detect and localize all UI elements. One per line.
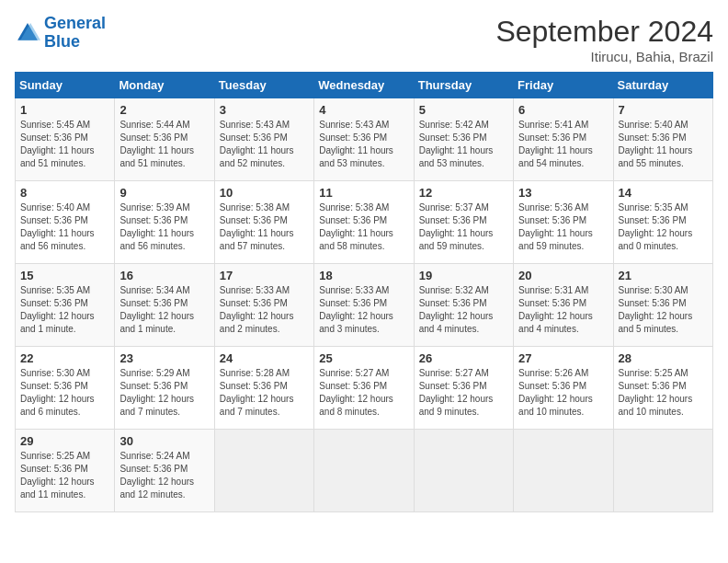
day-number: 12 [419, 186, 508, 200]
day-info: Sunrise: 5:31 AM Sunset: 5:36 PM Dayligh… [518, 284, 608, 336]
calendar-cell: 29Sunrise: 5:25 AM Sunset: 5:36 PM Dayli… [16, 430, 115, 512]
day-number: 19 [419, 269, 508, 282]
calendar-cell: 3Sunrise: 5:43 AM Sunset: 5:36 PM Daylig… [214, 98, 313, 181]
day-number: 16 [119, 269, 209, 282]
calendar-cell: 30Sunrise: 5:24 AM Sunset: 5:36 PM Dayli… [115, 430, 214, 512]
calendar-cell: 2Sunrise: 5:44 AM Sunset: 5:36 PM Daylig… [115, 98, 214, 181]
day-info: Sunrise: 5:33 AM Sunset: 5:36 PM Dayligh… [319, 284, 408, 336]
day-number: 24 [220, 351, 309, 365]
day-number: 4 [319, 103, 408, 117]
weekday-header: Friday [514, 73, 613, 98]
day-number: 6 [518, 103, 608, 117]
calendar-cell: 1Sunrise: 5:45 AM Sunset: 5:36 PM Daylig… [16, 98, 115, 181]
day-number: 25 [319, 351, 408, 365]
calendar-week-row: 29Sunrise: 5:25 AM Sunset: 5:36 PM Dayli… [16, 430, 713, 512]
calendar-cell: 9Sunrise: 5:39 AM Sunset: 5:36 PM Daylig… [115, 181, 214, 264]
day-number: 13 [518, 186, 608, 200]
calendar-cell [214, 430, 313, 512]
day-info: Sunrise: 5:40 AM Sunset: 5:36 PM Dayligh… [619, 119, 708, 170]
calendar-cell: 4Sunrise: 5:43 AM Sunset: 5:36 PM Daylig… [314, 98, 414, 181]
calendar-cell: 20Sunrise: 5:31 AM Sunset: 5:36 PM Dayli… [514, 264, 613, 347]
day-info: Sunrise: 5:36 AM Sunset: 5:36 PM Dayligh… [518, 201, 608, 253]
day-info: Sunrise: 5:45 AM Sunset: 5:36 PM Dayligh… [20, 119, 109, 170]
logo: GeneralBlue [15, 15, 106, 52]
day-number: 22 [20, 351, 109, 365]
day-info: Sunrise: 5:38 AM Sunset: 5:36 PM Dayligh… [319, 201, 408, 253]
day-info: Sunrise: 5:43 AM Sunset: 5:36 PM Dayligh… [220, 119, 309, 170]
day-info: Sunrise: 5:35 AM Sunset: 5:36 PM Dayligh… [619, 201, 708, 253]
day-info: Sunrise: 5:24 AM Sunset: 5:36 PM Dayligh… [119, 450, 209, 501]
day-number: 2 [119, 103, 209, 117]
day-number: 28 [619, 351, 708, 365]
calendar-cell: 28Sunrise: 5:25 AM Sunset: 5:36 PM Dayli… [613, 347, 712, 430]
day-info: Sunrise: 5:35 AM Sunset: 5:36 PM Dayligh… [20, 284, 109, 336]
day-info: Sunrise: 5:30 AM Sunset: 5:36 PM Dayligh… [619, 284, 708, 336]
day-info: Sunrise: 5:40 AM Sunset: 5:36 PM Dayligh… [20, 201, 109, 253]
weekday-header: Thursday [414, 73, 513, 98]
day-info: Sunrise: 5:34 AM Sunset: 5:36 PM Dayligh… [119, 284, 209, 336]
page-header: GeneralBlue September 2024 Itirucu, Bahi… [15, 15, 713, 64]
calendar-week-row: 8Sunrise: 5:40 AM Sunset: 5:36 PM Daylig… [16, 181, 713, 264]
calendar-cell [414, 430, 513, 512]
day-info: Sunrise: 5:44 AM Sunset: 5:36 PM Dayligh… [119, 119, 209, 170]
day-number: 3 [220, 103, 309, 117]
day-number: 23 [119, 351, 209, 365]
day-number: 18 [319, 269, 408, 282]
day-info: Sunrise: 5:29 AM Sunset: 5:36 PM Dayligh… [119, 367, 209, 419]
day-number: 5 [419, 103, 508, 117]
day-info: Sunrise: 5:41 AM Sunset: 5:36 PM Dayligh… [518, 119, 608, 170]
calendar-cell: 15Sunrise: 5:35 AM Sunset: 5:36 PM Dayli… [16, 264, 115, 347]
calendar-cell: 14Sunrise: 5:35 AM Sunset: 5:36 PM Dayli… [613, 181, 712, 264]
logo-text: GeneralBlue [44, 15, 106, 52]
calendar-cell: 18Sunrise: 5:33 AM Sunset: 5:36 PM Dayli… [314, 264, 414, 347]
calendar-cell: 21Sunrise: 5:30 AM Sunset: 5:36 PM Dayli… [613, 264, 712, 347]
calendar-cell: 7Sunrise: 5:40 AM Sunset: 5:36 PM Daylig… [613, 98, 712, 181]
day-info: Sunrise: 5:37 AM Sunset: 5:36 PM Dayligh… [419, 201, 508, 253]
day-info: Sunrise: 5:33 AM Sunset: 5:36 PM Dayligh… [220, 284, 309, 336]
day-info: Sunrise: 5:26 AM Sunset: 5:36 PM Dayligh… [518, 367, 608, 419]
day-number: 1 [20, 103, 109, 117]
calendar-cell: 12Sunrise: 5:37 AM Sunset: 5:36 PM Dayli… [414, 181, 513, 264]
calendar-cell [514, 430, 613, 512]
day-info: Sunrise: 5:27 AM Sunset: 5:36 PM Dayligh… [319, 367, 408, 419]
day-info: Sunrise: 5:32 AM Sunset: 5:36 PM Dayligh… [419, 284, 508, 336]
calendar-cell: 23Sunrise: 5:29 AM Sunset: 5:36 PM Dayli… [115, 347, 214, 430]
title-block: September 2024 Itirucu, Bahia, Brazil [495, 15, 713, 64]
month-title: September 2024 [495, 15, 713, 49]
day-info: Sunrise: 5:43 AM Sunset: 5:36 PM Dayligh… [319, 119, 408, 170]
calendar-cell [613, 430, 712, 512]
day-number: 8 [20, 186, 109, 200]
calendar-cell: 13Sunrise: 5:36 AM Sunset: 5:36 PM Dayli… [514, 181, 613, 264]
day-info: Sunrise: 5:38 AM Sunset: 5:36 PM Dayligh… [220, 201, 309, 253]
day-info: Sunrise: 5:42 AM Sunset: 5:36 PM Dayligh… [419, 119, 508, 170]
day-number: 17 [220, 269, 309, 282]
calendar-cell: 5Sunrise: 5:42 AM Sunset: 5:36 PM Daylig… [414, 98, 513, 181]
day-number: 30 [119, 434, 209, 448]
calendar-cell: 22Sunrise: 5:30 AM Sunset: 5:36 PM Dayli… [16, 347, 115, 430]
calendar-week-row: 1Sunrise: 5:45 AM Sunset: 5:36 PM Daylig… [16, 98, 713, 181]
calendar-cell: 26Sunrise: 5:27 AM Sunset: 5:36 PM Dayli… [414, 347, 513, 430]
weekday-header: Tuesday [214, 73, 313, 98]
day-number: 29 [20, 434, 109, 448]
calendar-week-row: 22Sunrise: 5:30 AM Sunset: 5:36 PM Dayli… [16, 347, 713, 430]
day-info: Sunrise: 5:25 AM Sunset: 5:36 PM Dayligh… [20, 450, 109, 501]
day-number: 26 [419, 351, 508, 365]
day-info: Sunrise: 5:28 AM Sunset: 5:36 PM Dayligh… [220, 367, 309, 419]
weekday-header: Sunday [16, 73, 115, 98]
day-number: 9 [119, 186, 209, 200]
calendar-cell: 24Sunrise: 5:28 AM Sunset: 5:36 PM Dayli… [214, 347, 313, 430]
day-number: 21 [619, 269, 708, 282]
day-number: 10 [220, 186, 309, 200]
location: Itirucu, Bahia, Brazil [495, 49, 713, 64]
day-info: Sunrise: 5:39 AM Sunset: 5:36 PM Dayligh… [119, 201, 209, 253]
day-info: Sunrise: 5:25 AM Sunset: 5:36 PM Dayligh… [619, 367, 708, 419]
calendar-header-row: SundayMondayTuesdayWednesdayThursdayFrid… [16, 73, 713, 98]
weekday-header: Monday [115, 73, 214, 98]
day-number: 14 [619, 186, 708, 200]
calendar-cell: 25Sunrise: 5:27 AM Sunset: 5:36 PM Dayli… [314, 347, 414, 430]
day-number: 15 [20, 269, 109, 282]
calendar-body: 1Sunrise: 5:45 AM Sunset: 5:36 PM Daylig… [16, 98, 713, 512]
calendar-cell [314, 430, 414, 512]
calendar-cell: 16Sunrise: 5:34 AM Sunset: 5:36 PM Dayli… [115, 264, 214, 347]
day-info: Sunrise: 5:27 AM Sunset: 5:36 PM Dayligh… [419, 367, 508, 419]
